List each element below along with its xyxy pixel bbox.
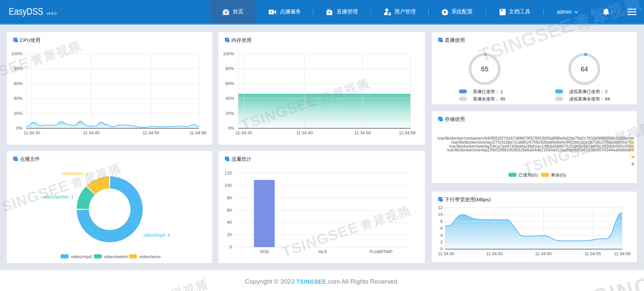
svg-text:已使用(G): 已使用(G) [519,172,538,177]
svg-text:2: 2 [440,239,443,244]
svg-text:0%: 0% [16,126,22,131]
svg-text:直播已使用：: 直播已使用： [473,89,499,94]
svg-text:10: 10 [438,212,443,217]
svg-text:60%: 60% [225,81,234,86]
svg-text:video/webm: video/webm [104,254,128,259]
svg-text:20%: 20% [14,111,22,116]
svg-text:1: 1 [500,89,503,94]
svg-text:80%: 80% [225,66,234,71]
svg-text:虚拟直播未使用：: 虚拟直播未使用： [569,96,604,101]
svg-text:65: 65 [500,96,505,101]
svg-text:video/webm: 1: video/webm: 1 [43,194,73,200]
svg-text:80: 80 [227,195,232,200]
svg-text:40: 40 [227,220,232,225]
svg-text:120: 120 [224,170,232,175]
svg-text:剩余(G): 剩余(G) [551,172,566,177]
svg-text:11:34:55: 11:34:55 [584,251,601,256]
svg-text:11:34:58: 11:34:58 [399,130,416,135]
svg-text:0: 0 [440,246,443,251]
svg-text:11:34:58: 11:34:58 [614,251,631,256]
svg-text:video/mp4: 6: video/mp4: 6 [143,232,170,238]
svg-text:video/wmv: video/wmv [139,254,161,259]
svg-text:40%: 40% [225,96,234,101]
svg-text:2: 2 [605,89,607,94]
svg-text:64: 64 [605,96,610,101]
svg-text:FLV&RTMP: FLV&RTMP [370,249,392,254]
svg-text:HLS: HLS [318,249,327,254]
svg-text:100%: 100% [223,51,234,56]
svg-text:6: 6 [440,226,443,231]
svg-text:8: 8 [440,219,443,224]
svg-text:video/wmv: 1: video/wmv: 1 [61,171,89,176]
svg-text:11:34:30: 11:34:30 [23,130,40,135]
svg-text:8: 8 [632,162,634,166]
svg-text:64: 64 [581,65,588,73]
svg-text:11:34:50: 11:34:50 [143,130,159,135]
svg-text:11:34:50: 11:34:50 [354,130,371,135]
svg-text:40%: 40% [14,96,22,101]
svg-text:11:34:45: 11:34:45 [486,251,503,256]
svg-text:0%: 0% [228,126,234,131]
svg-text:11:34:30: 11:34:30 [235,130,252,135]
svg-text:直播未使用：: 直播未使用： [473,96,499,101]
svg-text:4: 4 [440,233,443,238]
svg-text:11:34:40: 11:34:40 [83,130,100,135]
svg-text:12: 12 [438,205,443,210]
svg-text:11:34:40: 11:34:40 [438,251,454,256]
svg-text:/var/lib/docker/overlay2/0b02f: /var/lib/docker/overlay2/0b02f8919536326… [447,148,634,152]
svg-text:100: 100 [224,183,232,188]
svg-text:11:34:50: 11:34:50 [535,251,552,256]
svg-text:60: 60 [227,208,232,213]
svg-text:VOD: VOD [260,249,269,254]
svg-text:20: 20 [227,232,232,237]
svg-text:虚拟直播已使用：: 虚拟直播已使用： [569,89,604,94]
svg-text:video/mp4: video/mp4 [71,254,92,259]
svg-text:100%: 100% [11,51,23,56]
svg-text:80%: 80% [14,66,22,71]
svg-text:20%: 20% [225,111,234,116]
svg-text:11:34:58: 11:34:58 [190,130,206,135]
svg-text:60%: 60% [14,81,22,86]
svg-text:11:34:40: 11:34:40 [296,130,313,135]
svg-text:65: 65 [481,65,488,73]
svg-text:0: 0 [229,244,232,249]
